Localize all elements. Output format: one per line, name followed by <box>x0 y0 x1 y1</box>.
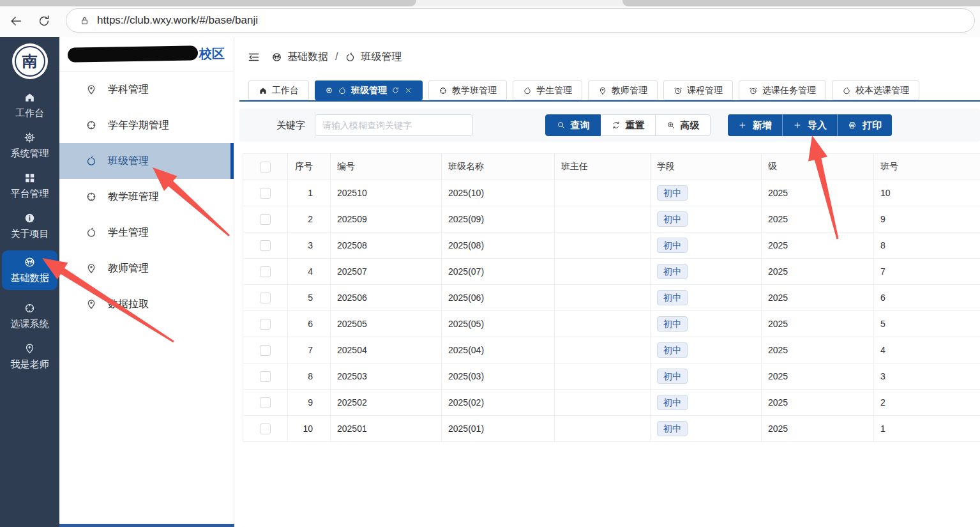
row-checkbox[interactable] <box>260 397 271 408</box>
secondary-nav-item[interactable]: 班级管理 <box>59 143 234 179</box>
menu-bottom-scrollbar[interactable] <box>59 524 234 527</box>
row-checkbox[interactable] <box>260 371 271 382</box>
secondary-nav-item[interactable]: 学生管理 <box>59 215 234 250</box>
table-row: 52025062025(06)初中20256 <box>243 285 980 311</box>
search-button[interactable]: 查询 <box>545 114 601 136</box>
cell-seq: 5 <box>288 285 331 311</box>
cell-class-name: 2025(07) <box>442 259 555 285</box>
screen: https://club.wxy.work/#/base/banji 南 工作台… <box>0 0 980 527</box>
cell-stage: 初中 <box>651 233 762 259</box>
row-checkbox[interactable] <box>260 214 271 225</box>
compass-icon <box>24 302 36 314</box>
stage-badge: 初中 <box>657 395 688 410</box>
tab-item[interactable]: 校本选课管理 <box>832 80 919 100</box>
browser-tab-shape-left[interactable] <box>0 0 416 6</box>
tab-item[interactable]: 教师管理 <box>588 80 658 100</box>
primary-nav-item[interactable]: 基础数据 <box>2 250 57 290</box>
tab-label: 课程管理 <box>687 85 723 96</box>
row-checkbox[interactable] <box>260 293 271 303</box>
reload-icon[interactable] <box>37 14 51 28</box>
tab-item[interactable]: 工作台 <box>248 80 309 100</box>
filter-bar: 关键字 查询重置高级 新增导入打印 <box>239 109 980 142</box>
button-label: 高级 <box>681 119 700 132</box>
tab-item[interactable]: 选课任务管理 <box>739 80 826 100</box>
close-icon <box>404 86 412 95</box>
lock-icon <box>79 15 90 26</box>
school-title-suffix: 校区 <box>199 45 225 63</box>
cell-seq: 6 <box>288 311 331 337</box>
breadcrumb: 基础数据/班级管理 <box>271 50 402 64</box>
table-row: 42025072025(07)初中20257 <box>243 259 980 285</box>
table-row: 32025082025(08)初中20258 <box>243 233 980 259</box>
back-arrow-icon[interactable] <box>9 14 23 28</box>
cell-seq: 4 <box>288 259 331 285</box>
cell-head-teacher <box>555 363 651 390</box>
cell-stage: 初中 <box>651 285 762 311</box>
circle-arrow-icon <box>345 52 356 63</box>
secondary-nav-label: 学生管理 <box>108 226 149 240</box>
column-header: 级 <box>762 154 874 180</box>
row-checkbox[interactable] <box>260 266 271 277</box>
cell-head-teacher <box>555 390 651 416</box>
cell-seq: 1 <box>288 180 331 206</box>
action-button[interactable]: 新增 <box>728 114 782 136</box>
refresh-icon <box>391 86 400 95</box>
cell-class-name: 2025(01) <box>442 416 555 442</box>
filter-button[interactable]: 重置 <box>600 114 656 136</box>
home-icon <box>24 91 36 103</box>
menu-fold-icon[interactable] <box>247 50 260 64</box>
tab-label: 校本选课管理 <box>856 85 909 96</box>
cell-grade: 2025 <box>762 311 874 337</box>
tab-item[interactable]: 课程管理 <box>663 80 733 100</box>
tab-item[interactable]: 教学班管理 <box>428 80 507 100</box>
stage-badge: 初中 <box>657 238 688 253</box>
primary-nav-label: 关于项目 <box>11 228 49 240</box>
select-all-checkbox[interactable] <box>260 162 271 172</box>
table-header-row: 序号编号班级名称班主任学段级班号 <box>243 154 980 180</box>
keyword-input[interactable] <box>315 114 473 136</box>
breadcrumb-item[interactable]: 基础数据 <box>271 50 328 64</box>
url-bar[interactable]: https://club.wxy.work/#/base/banji <box>66 8 975 33</box>
primary-nav-item[interactable]: 系统管理 <box>0 132 59 160</box>
primary-nav-item[interactable]: 我是老师 <box>0 342 59 370</box>
row-checkbox[interactable] <box>260 319 271 330</box>
primary-nav-label: 基础数据 <box>11 272 49 284</box>
primary-nav-item[interactable]: 选课系统 <box>0 302 59 330</box>
row-checkbox[interactable] <box>260 424 271 434</box>
row-checkbox[interactable] <box>260 188 271 199</box>
row-checkbox[interactable] <box>260 345 271 356</box>
cell-class-name: 2025(09) <box>442 206 555 233</box>
secondary-nav-item[interactable]: 学科管理 <box>59 72 234 107</box>
keyword-label: 关键字 <box>276 119 305 132</box>
cell-class-name: 2025(06) <box>442 285 555 311</box>
printer-icon <box>848 121 857 130</box>
stage-badge: 初中 <box>657 316 688 332</box>
primary-nav-item[interactable]: 工作台 <box>0 91 59 119</box>
secondary-nav-item[interactable]: 学年学期管理 <box>59 107 234 143</box>
cell-stage: 初中 <box>651 180 762 206</box>
stage-badge: 初中 <box>657 290 688 305</box>
cell-code: 202501 <box>331 416 442 442</box>
tab-active[interactable]: 班级管理 <box>315 80 423 100</box>
pin-icon <box>86 84 97 95</box>
row-checkbox[interactable] <box>260 240 271 251</box>
secondary-nav-item[interactable]: 教师管理 <box>59 250 234 286</box>
filter-button[interactable]: 高级 <box>655 114 711 136</box>
breadcrumb-item[interactable]: 班级管理 <box>345 50 402 64</box>
breadcrumb-label: 班级管理 <box>361 50 402 64</box>
basketball-icon <box>271 52 282 63</box>
pin-icon <box>86 263 97 274</box>
primary-nav-item[interactable]: 平台管理 <box>0 172 59 200</box>
action-button[interactable]: 打印 <box>837 114 892 136</box>
secondary-nav-item[interactable]: 教学班管理 <box>59 179 234 215</box>
browser-tab-shape-right[interactable] <box>622 0 980 6</box>
primary-nav-item[interactable]: 关于项目 <box>0 212 59 240</box>
tab-item[interactable]: 学生管理 <box>513 80 582 100</box>
stage-badge: 初中 <box>657 211 688 227</box>
breadcrumb-label: 基础数据 <box>287 50 328 64</box>
secondary-nav-item[interactable]: 数据拉取 <box>59 286 234 322</box>
url-text: https://club.wxy.work/#/base/banji <box>97 14 258 27</box>
cell-grade: 2025 <box>762 416 874 442</box>
compass-icon <box>86 119 97 131</box>
action-button[interactable]: 导入 <box>782 114 837 136</box>
